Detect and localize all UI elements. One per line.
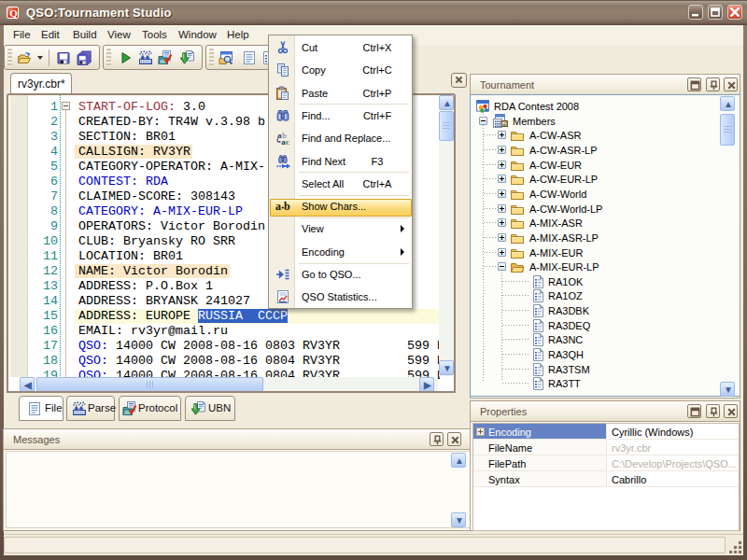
svg-text:b: b	[284, 200, 290, 213]
svg-text:c: c	[286, 137, 289, 146]
svg-text:a: a	[275, 200, 281, 213]
